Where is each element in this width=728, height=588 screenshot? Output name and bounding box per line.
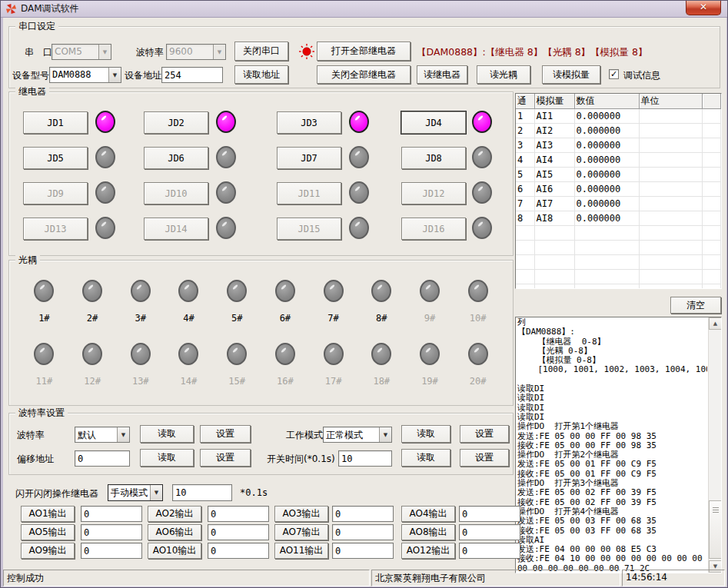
- relay-button-JD8[interactable]: JD8: [401, 147, 466, 169]
- device-address-input[interactable]: [161, 67, 223, 83]
- relay-led-JD16: [472, 217, 492, 239]
- ao-output-button-11[interactable]: AO11输出: [274, 543, 328, 559]
- close-all-relays-button[interactable]: 关闭全部继电器: [317, 65, 411, 84]
- ao-output-input-11[interactable]: [332, 543, 394, 559]
- relay-button-JD5[interactable]: JD5: [23, 147, 88, 169]
- switch-time-read-button[interactable]: 读取: [401, 449, 450, 467]
- relay-button-JD1[interactable]: JD1: [23, 111, 88, 134]
- ao-output-button-6[interactable]: AO6输出: [148, 524, 201, 540]
- ao-output-button-1[interactable]: AO1输出: [21, 506, 75, 522]
- table-row[interactable]: 5AI50.000000: [516, 168, 721, 182]
- ao-output-input-5[interactable]: [81, 524, 142, 540]
- work-mode-select[interactable]: 正常模式 ▼: [323, 427, 392, 443]
- ao-output-button-12[interactable]: AO12输出: [401, 543, 455, 559]
- ao-output-button-3[interactable]: AO3输出: [274, 506, 328, 522]
- ao-output-input-12[interactable]: [459, 543, 520, 559]
- table-row[interactable]: 6AI60.000000: [516, 182, 721, 197]
- switch-time-set-button[interactable]: 设置: [460, 449, 509, 467]
- opto-led-14#: [178, 343, 198, 365]
- baud-set-button[interactable]: 设置: [200, 425, 251, 443]
- table-empty-row[interactable]: [516, 270, 721, 284]
- relay-button-JD12[interactable]: JD12: [401, 182, 466, 204]
- baud-read-button[interactable]: 读取: [140, 425, 194, 443]
- ao-output-button-7[interactable]: AO7输出: [274, 524, 328, 540]
- table-row[interactable]: 4AI40.000000: [516, 153, 721, 168]
- ao-output-button-4[interactable]: AO4输出: [401, 506, 455, 522]
- switch-time-input[interactable]: [338, 450, 392, 467]
- ao-output-button-5[interactable]: AO5输出: [21, 524, 75, 540]
- ao-output-input-9[interactable]: [81, 543, 142, 559]
- offset-address-input[interactable]: [75, 450, 130, 467]
- relay-button-JD13[interactable]: JD13: [23, 218, 88, 240]
- device-model-select[interactable]: DAM0888 ▼: [49, 67, 121, 83]
- opto-led-20#: [468, 343, 488, 365]
- relay-button-JD4[interactable]: JD4: [401, 111, 466, 134]
- relay-button-JD2[interactable]: JD2: [144, 111, 208, 134]
- relay-button-JD15[interactable]: JD15: [277, 218, 341, 240]
- ao-output-input-4[interactable]: [459, 506, 520, 522]
- flash-mode-select[interactable]: 手动模式 ▼: [108, 484, 163, 501]
- offset-read-button[interactable]: 读取: [140, 449, 194, 467]
- work-mode-set-button[interactable]: 设置: [460, 425, 509, 443]
- relay-button-JD3[interactable]: JD3: [277, 111, 341, 134]
- close-button[interactable]: ✕: [686, 1, 721, 15]
- table-row[interactable]: 1AI10.000000: [516, 109, 721, 124]
- table-header-cell[interactable]: [702, 94, 721, 109]
- ao-output-input-2[interactable]: [208, 506, 269, 522]
- read-address-button[interactable]: 读取地址: [234, 65, 288, 84]
- baud-rate-select[interactable]: 9600 ▼: [166, 44, 226, 60]
- table-header-cell[interactable]: 通: [516, 94, 534, 109]
- flash-time-input[interactable]: [172, 484, 232, 501]
- relay-button-JD10[interactable]: JD10: [144, 182, 208, 204]
- table-empty-row[interactable]: [516, 284, 721, 290]
- opto-label-10#: 10#: [470, 313, 487, 324]
- open-all-relays-button[interactable]: 打开全部继电器: [317, 42, 411, 61]
- table-cell: [702, 124, 721, 138]
- table-row[interactable]: 3AI30.000000: [516, 138, 721, 153]
- table-header-cell[interactable]: 单位: [639, 94, 702, 109]
- scroll-up-icon[interactable]: ▲: [709, 317, 722, 330]
- relay-led-JD3: [349, 111, 369, 133]
- relay-led-JD2: [216, 111, 236, 133]
- read-analog-button[interactable]: 读模拟量: [542, 65, 600, 84]
- log-scrollbar[interactable]: ▲ ▼: [708, 317, 721, 573]
- baud-set-select[interactable]: 默认 ▼: [75, 427, 130, 443]
- analog-table-header-row: 通模拟量数值单位: [516, 94, 721, 109]
- table-empty-row[interactable]: [516, 241, 721, 255]
- relay-button-JD16[interactable]: JD16: [401, 218, 466, 240]
- scroll-thumb[interactable]: [709, 500, 722, 559]
- ao-output-button-10[interactable]: AO10输出: [148, 543, 201, 559]
- relay-button-JD9[interactable]: JD9: [23, 182, 88, 204]
- ao-output-input-1[interactable]: [81, 506, 142, 522]
- relay-button-JD11[interactable]: JD11: [277, 182, 341, 204]
- ao-output-button-9[interactable]: AO9输出: [21, 543, 75, 559]
- ao-output-button-2[interactable]: AO2输出: [148, 506, 201, 522]
- table-header-cell[interactable]: 数值: [574, 94, 639, 109]
- table-cell: 6: [516, 182, 534, 197]
- table-header-cell[interactable]: 模拟量: [534, 94, 574, 109]
- table-empty-row[interactable]: [516, 226, 721, 241]
- ao-output-input-10[interactable]: [208, 543, 269, 559]
- ao-output-input-6[interactable]: [208, 524, 269, 540]
- ao-output-button-8[interactable]: AO8输出: [401, 524, 455, 540]
- ao-output-input-3[interactable]: [332, 506, 394, 522]
- close-serial-button[interactable]: 关闭串口: [234, 42, 288, 61]
- relay-button-JD7[interactable]: JD7: [277, 147, 341, 169]
- debug-info-checkbox[interactable]: ✓: [609, 69, 619, 79]
- clear-log-button[interactable]: 清空: [670, 297, 721, 314]
- table-empty-row[interactable]: [516, 255, 721, 270]
- table-row[interactable]: 2AI20.000000: [516, 124, 721, 138]
- read-opto-button[interactable]: 读光耦: [477, 65, 530, 84]
- work-mode-read-button[interactable]: 读取: [401, 425, 450, 443]
- relay-button-JD6[interactable]: JD6: [144, 147, 208, 169]
- offset-set-button[interactable]: 设置: [200, 449, 251, 467]
- ao-output-input-8[interactable]: [459, 524, 520, 540]
- table-row[interactable]: 8AI80.000000: [516, 211, 721, 226]
- opto-led-10#: [468, 280, 488, 302]
- read-relay-button[interactable]: 读继电器: [417, 65, 467, 84]
- ao-output-input-7[interactable]: [332, 524, 394, 540]
- relay-button-JD14[interactable]: JD14: [144, 218, 208, 240]
- table-cell: [639, 270, 702, 284]
- table-row[interactable]: 7AI70.000000: [516, 197, 721, 211]
- com-port-select[interactable]: COM5 ▼: [52, 44, 111, 60]
